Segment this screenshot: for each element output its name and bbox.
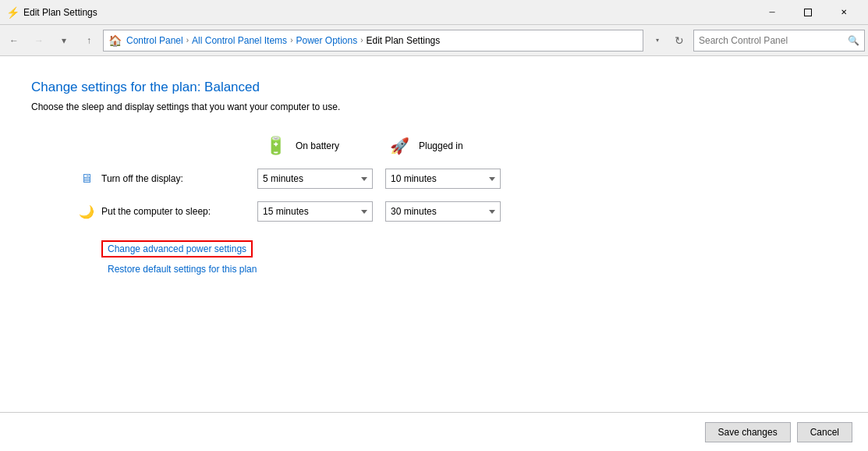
sleep-plugged-in-select[interactable]: 1 minute 2 minutes 3 minutes 5 minutes 1… [385,201,501,222]
search-box: 🔍 [693,30,865,51]
save-changes-button[interactable]: Save changes [705,422,791,442]
plug-icon: 🚀 [390,137,409,155]
breadcrumb: 🏠 Control Panel › All Control Panel Item… [103,30,643,51]
window-title: Edit Plan Settings [23,7,754,18]
forward-button[interactable]: → [28,30,50,51]
display-plugged-in-select[interactable]: 1 minute 2 minutes 3 minutes 5 minutes 1… [385,169,501,189]
battery-icon: 🔋 [265,136,286,156]
breadcrumb-all-items[interactable]: All Control Panel Items [192,35,287,46]
window-controls: ─ ✕ [754,0,862,25]
up-button[interactable]: ↑ [78,30,100,51]
footer: Save changes Cancel [0,412,868,451]
links-section: Change advanced power settings Restore d… [101,240,837,275]
minimize-icon: ─ [769,8,774,16]
sleep-setting-label: Put the computer to sleep: [101,206,257,217]
minimize-button[interactable]: ─ [754,0,790,25]
back-icon: ← [9,35,19,46]
sleep-setting-row: 🌙 Put the computer to sleep: 1 minute 2 … [78,201,837,222]
on-battery-header: 🔋 On battery [265,136,390,156]
close-icon: ✕ [841,8,847,16]
maximize-button[interactable] [790,0,826,25]
advanced-link-wrapper: Change advanced power settings [101,240,253,257]
app-icon: ⚡ [6,6,19,19]
main-content: Change settings for the plan: Balanced C… [0,56,868,451]
cancel-button[interactable]: Cancel [797,422,852,442]
settings-grid: 🔋 On battery 🚀 Plugged in 🖥 Turn off the… [78,136,837,222]
sleep-icon: 🌙 [78,203,95,220]
refresh-button[interactable]: ↻ [668,30,690,51]
content-area: Change settings for the plan: Balanced C… [0,56,868,412]
breadcrumb-power-options[interactable]: Power Options [296,35,357,46]
close-button[interactable]: ✕ [826,0,862,25]
up-icon: ↑ [87,35,91,46]
restore-defaults-link[interactable]: Restore default settings for this plan [108,264,837,275]
title-bar: ⚡ Edit Plan Settings ─ ✕ [0,0,868,25]
column-headers: 🔋 On battery 🚀 Plugged in [265,136,837,156]
breadcrumb-home-icon: 🏠 [108,34,122,47]
plan-subtitle: Choose the sleep and display settings th… [31,101,837,112]
advanced-power-settings-link[interactable]: Change advanced power settings [108,243,246,254]
sleep-on-battery-select[interactable]: 1 minute 2 minutes 3 minutes 5 minutes 1… [257,201,373,222]
display-setting-row: 🖥 Turn off the display: 1 minute 2 minut… [78,169,837,189]
plugged-in-label: Plugged in [419,140,463,151]
display-on-battery-select[interactable]: 1 minute 2 minutes 3 minutes 5 minutes 1… [257,169,373,189]
search-input[interactable] [699,35,848,46]
back-button[interactable]: ← [3,30,25,51]
breadcrumb-current: Edit Plan Settings [367,35,441,46]
refresh-icon: ↻ [675,34,684,47]
search-button[interactable]: 🔍 [848,35,859,46]
sleep-dropdowns: 1 minute 2 minutes 3 minutes 5 minutes 1… [257,201,501,222]
address-bar: ← → ▾ ↑ 🏠 Control Panel › All Control Pa… [0,25,868,56]
display-dropdowns: 1 minute 2 minutes 3 minutes 5 minutes 1… [257,169,501,189]
breadcrumb-control-panel[interactable]: Control Panel [126,35,183,46]
breadcrumb-dropdown-button[interactable]: ▾ [650,30,665,51]
dropdown-button[interactable]: ▾ [53,30,75,51]
plugged-in-header: 🚀 Plugged in [390,137,515,155]
display-icon: 🖥 [78,170,95,187]
maximize-icon [804,9,812,16]
on-battery-label: On battery [296,140,339,151]
display-setting-label: Turn off the display: [101,173,257,184]
forward-icon: → [34,35,44,46]
dropdown-icon: ▾ [62,35,66,46]
plan-title: Change settings for the plan: Balanced [31,80,837,95]
